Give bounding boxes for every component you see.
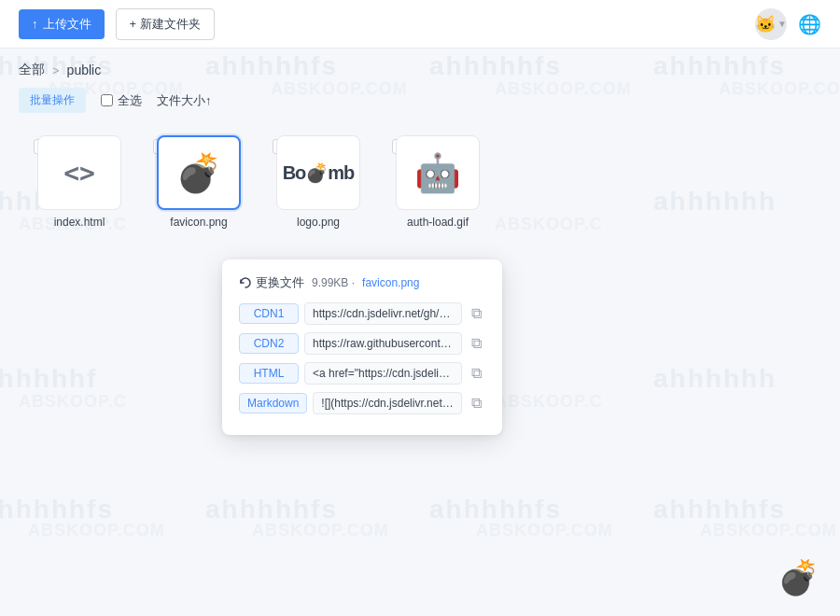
wm-text: ahhhhhfs bbox=[0, 495, 114, 525]
markdown-copy-button[interactable]: ⧉ bbox=[468, 393, 485, 413]
sort-label: 文件大小↑ bbox=[157, 92, 212, 109]
wm-text: ahhhhhh bbox=[653, 364, 777, 394]
html-icon: <> bbox=[63, 158, 95, 189]
file-name-index-html: index.html bbox=[54, 216, 105, 229]
popup-row-cdn1: CDN1 https://cdn.jsdelivr.net/gh/xjh2222… bbox=[239, 302, 485, 325]
toolbar: ↑ 上传文件 + 新建文件夹 🐱 ▼ 🌐 bbox=[0, 0, 840, 49]
wm-text: ahhhhhfs bbox=[653, 495, 786, 525]
popup-row-markdown: Markdown ![](https://cdn.jsdelivr.net/gh… bbox=[239, 392, 485, 414]
new-folder-button[interactable]: + 新建文件夹 bbox=[116, 8, 215, 40]
wm-sub: ABSKOOP.COM bbox=[252, 521, 389, 540]
wm-sub: ABSKOOP.COM bbox=[476, 521, 613, 540]
replace-file-button[interactable]: 更换文件 bbox=[239, 274, 304, 291]
replace-icon bbox=[239, 276, 252, 289]
cdn2-copy-button[interactable]: ⧉ bbox=[468, 333, 485, 354]
upload-icon: ↑ bbox=[32, 17, 38, 31]
copy-icon-3: ⧉ bbox=[471, 365, 482, 381]
popup-header: 更换文件 9.99KB · favicon.png bbox=[239, 274, 485, 291]
file-name-auth-load-gif: auth-load.gif bbox=[407, 216, 469, 229]
file-grid: <> index.html 💣 favicon.png Bo💣mb logo.p… bbox=[0, 126, 840, 238]
file-name-logo-png: logo.png bbox=[297, 216, 340, 229]
html-url: <a href="https://cdn.jsdelivr.net/gh/xjh bbox=[304, 362, 462, 385]
upload-button[interactable]: ↑ 上传文件 bbox=[19, 9, 105, 39]
file-card-auth-load-gif[interactable]: 🤖 auth-load.gif bbox=[386, 135, 489, 229]
filter-bar: 批量操作 全选 文件大小↑ bbox=[0, 88, 840, 126]
globe-button[interactable]: 🌐 bbox=[798, 13, 821, 35]
cdn1-url: https://cdn.jsdelivr.net/gh/xjh2222222 bbox=[304, 302, 462, 325]
popup-row-html: HTML <a href="https://cdn.jsdelivr.net/g… bbox=[239, 362, 485, 385]
copy-icon-4: ⧉ bbox=[471, 395, 482, 411]
logo-icon: Bo💣mb bbox=[283, 161, 355, 184]
toolbar-right: 🐱 ▼ 🌐 bbox=[755, 8, 821, 40]
popup-file-size: 9.99KB · bbox=[312, 276, 355, 289]
wm-text: ahhhhhf bbox=[0, 364, 97, 394]
copy-icon-2: ⧉ bbox=[471, 335, 482, 351]
copy-icon: ⧉ bbox=[471, 305, 482, 321]
file-icon-wrapper-auth-load-gif: 🤖 bbox=[396, 135, 480, 210]
cdn2-tag[interactable]: CDN2 bbox=[239, 333, 299, 354]
select-all-label[interactable]: 全选 bbox=[101, 92, 142, 109]
markdown-tag[interactable]: Markdown bbox=[239, 393, 307, 413]
html-copy-button[interactable]: ⧉ bbox=[468, 363, 485, 384]
cdn1-tag[interactable]: CDN1 bbox=[239, 303, 299, 324]
select-all-text: 全选 bbox=[118, 92, 142, 109]
auth-load-icon: 🤖 bbox=[414, 151, 461, 195]
wm-sub: ABSKOOP.C bbox=[19, 392, 127, 412]
cdn1-copy-button[interactable]: ⧉ bbox=[468, 303, 485, 324]
breadcrumb-separator: > bbox=[52, 63, 60, 77]
globe-icon: 🌐 bbox=[798, 14, 821, 35]
batch-operation-button[interactable]: 批量操作 bbox=[19, 88, 86, 113]
file-card-logo-png[interactable]: Bo💣mb logo.png bbox=[267, 135, 370, 229]
breadcrumb-current: public bbox=[67, 63, 102, 77]
dropdown-arrow-icon: ▼ bbox=[777, 19, 787, 29]
wm-sub: ABSKOOP.COM bbox=[28, 521, 165, 540]
file-icon-wrapper-index-html: <> bbox=[37, 135, 121, 210]
html-tag[interactable]: HTML bbox=[239, 363, 299, 384]
file-card-index-html[interactable]: <> index.html bbox=[28, 135, 131, 229]
wm-sub: ABSKOOP.C bbox=[495, 392, 603, 412]
avatar-icon: 🐱 bbox=[755, 14, 776, 35]
cdn2-url: https://raw.githubusercontent.com/xjh bbox=[304, 332, 462, 355]
sort-button[interactable]: 文件大小↑ bbox=[157, 92, 212, 109]
replace-label: 更换文件 bbox=[256, 274, 304, 291]
new-folder-label: + 新建文件夹 bbox=[130, 16, 201, 33]
popup-row-cdn2: CDN2 https://raw.githubusercontent.com/x… bbox=[239, 332, 485, 355]
file-name-favicon-png: favicon.png bbox=[170, 216, 227, 229]
upload-label: 上传文件 bbox=[43, 16, 91, 33]
file-card-favicon-png[interactable]: 💣 favicon.png bbox=[147, 135, 250, 229]
popup-file-link[interactable]: favicon.png bbox=[362, 276, 419, 289]
bottom-right-bomb-icon: 💣 bbox=[777, 558, 819, 597]
breadcrumb: 全部 > public bbox=[0, 49, 840, 88]
select-all-checkbox[interactable] bbox=[101, 94, 113, 106]
wm-text: ahhhhhfs bbox=[429, 495, 562, 525]
file-detail-popup: 更换文件 9.99KB · favicon.png CDN1 https://c… bbox=[222, 259, 502, 435]
favicon-icon: 💣 bbox=[175, 151, 222, 195]
markdown-url: ![](https://cdn.jsdelivr.net/gh/xjh2 bbox=[313, 392, 462, 414]
avatar-button[interactable]: 🐱 ▼ bbox=[755, 8, 787, 40]
file-icon-wrapper-logo-png: Bo💣mb bbox=[276, 135, 360, 210]
toolbar-left: ↑ 上传文件 + 新建文件夹 bbox=[19, 8, 215, 40]
file-icon-wrapper-favicon-png: 💣 bbox=[157, 135, 241, 210]
wm-sub: ABSKOOP.COM bbox=[700, 521, 837, 540]
breadcrumb-root[interactable]: 全部 bbox=[19, 62, 45, 78]
wm-text: ahhhhhfs bbox=[205, 495, 338, 525]
